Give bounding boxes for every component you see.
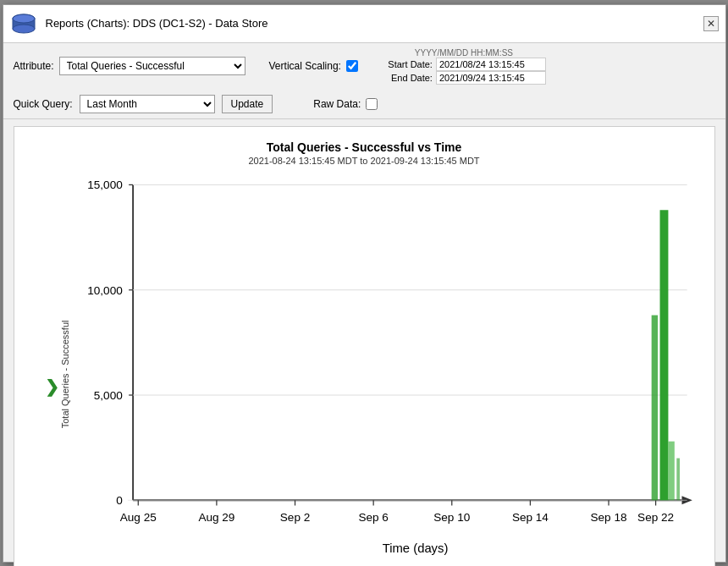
- date-format-hint: YYYY/MM/DD HH:MM:SS: [382, 48, 546, 58]
- end-date-label: End Date:: [382, 73, 433, 83]
- vertical-scaling-label: Vertical Scaling:: [269, 60, 341, 72]
- raw-data-label: Raw Data:: [313, 98, 361, 110]
- svg-text:Aug 29: Aug 29: [198, 511, 234, 524]
- chart-subtitle: 2021-08-24 13:15:45 MDT to 2021-09-24 13…: [248, 156, 479, 166]
- svg-text:Sep 6: Sep 6: [358, 511, 388, 524]
- svg-text:5,000: 5,000: [93, 388, 122, 401]
- start-date-row: Start Date:: [382, 58, 546, 71]
- vertical-scaling-checkbox[interactable]: [346, 60, 358, 72]
- chart-svg: 0 5,000 10,000 15,000 Aug 25: [70, 174, 698, 567]
- update-button[interactable]: Update: [222, 95, 273, 113]
- end-date-row: End Date:: [382, 71, 546, 85]
- close-x-icon: ✕: [707, 18, 715, 30]
- attribute-select[interactable]: Total Queries - Successful: [59, 57, 245, 75]
- quick-query-label: Quick Query:: [14, 98, 73, 110]
- quick-query-row: Quick Query: Last Month Update Raw Data:: [14, 95, 715, 113]
- window-title: Reports (Charts): DDS (DC1-S2) - Data St…: [46, 17, 268, 30]
- raw-data-checkbox[interactable]: [366, 98, 378, 110]
- svg-text:Sep 14: Sep 14: [511, 511, 548, 524]
- svg-text:Sep 22: Sep 22: [637, 511, 674, 524]
- svg-rect-35: [659, 210, 668, 500]
- app-icon: [10, 10, 37, 37]
- window-close-button[interactable]: ✕: [703, 16, 719, 31]
- svg-rect-37: [668, 441, 674, 500]
- svg-text:Sep 2: Sep 2: [279, 511, 309, 524]
- start-date-input[interactable]: [436, 58, 546, 71]
- svg-text:Aug 25: Aug 25: [119, 511, 156, 524]
- chart-title: Total Queries - Successful vs Time: [267, 140, 462, 154]
- start-date-label: Start Date:: [382, 59, 433, 69]
- svg-text:0: 0: [116, 494, 123, 507]
- svg-text:Time (days): Time (days): [382, 541, 448, 555]
- toolbar: Attribute: Total Queries - Successful Ve…: [3, 43, 725, 119]
- chart-svg-element: 0 5,000 10,000 15,000 Aug 25: [70, 174, 698, 567]
- attribute-label: Attribute:: [14, 60, 54, 72]
- raw-data-section: Raw Data:: [313, 98, 378, 110]
- title-bar: Reports (Charts): DDS (DC1-S2) - Data St…: [3, 5, 725, 43]
- y-axis-label: Total Queries - Successful: [57, 174, 70, 567]
- title-left: Reports (Charts): DDS (DC1-S2) - Data St…: [10, 10, 268, 37]
- svg-rect-36: [651, 315, 657, 500]
- svg-point-3: [13, 14, 35, 23]
- date-panel: YYYY/MM/DD HH:MM:SS Start Date: End Date…: [382, 48, 546, 85]
- chart-area: Total Queries - Successful vs Time 2021-…: [14, 126, 715, 567]
- chart-container: ❯ Total Queries - Successful: [14, 166, 714, 567]
- quick-query-select[interactable]: Last Month: [80, 95, 215, 113]
- svg-text:10,000: 10,000: [87, 283, 123, 296]
- vertical-scaling-section: Vertical Scaling:: [269, 60, 358, 72]
- svg-rect-38: [676, 458, 680, 500]
- main-window: Reports (Charts): DDS (DC1-S2) - Data St…: [3, 4, 726, 563]
- svg-text:Sep 18: Sep 18: [590, 511, 626, 524]
- svg-point-2: [13, 25, 35, 33]
- svg-text:15,000: 15,000: [87, 179, 123, 191]
- svg-text:Sep 10: Sep 10: [433, 511, 470, 524]
- attribute-section: Attribute: Total Queries - Successful: [14, 57, 245, 75]
- end-date-input[interactable]: [436, 71, 546, 85]
